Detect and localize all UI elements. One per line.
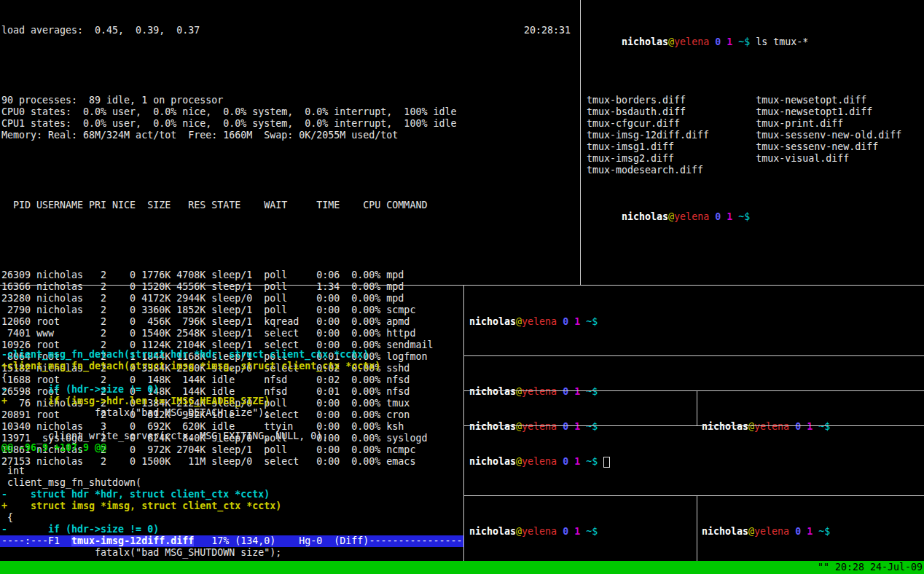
ls-output-line: tmux-imsg1.diff tmux-sessenv-new.diff [587, 141, 922, 153]
pane-border-h1 [464, 355, 924, 356]
top-clock: 20:28:31 [524, 25, 571, 36]
shell-prompt-line: nicholas@yelena 0 1 ~$ ls tmux-* [587, 25, 922, 36]
process-row: 26309 nicholas 2 0 1776K 4708K sleep/1 p… [1, 270, 579, 281]
shell-command: ls tmux-* [750, 36, 808, 47]
tmux-status-bar: [0]0:irssi#1:todo2:ncmpc-3:mutt4:ksh(cyd… [0, 561, 924, 574]
shell-prompt-line: nicholas@yelena 0 1 ~$ [469, 526, 598, 538]
pane-border-vertical-bottom [463, 286, 464, 561]
diff-line: - struct hdr *hdr, struct client_ctx *cc… [1, 489, 462, 500]
diff-line: int [1, 465, 462, 477]
shell-prompt-line: nicholas@yelena 0 1 ~$ [469, 456, 610, 468]
shell-prompt-line: nicholas@yelena 0 1 ~$ [587, 200, 922, 211]
diff-line: fatalx("bad MSG_SHUTDOWN size"); [1, 547, 462, 559]
top-load-line: load averages: 0.45, 0.39, 0.3720:28:31 [1, 25, 571, 36]
pane-shell-ls[interactable]: nicholas@yelena 0 1 ~$ ls tmux-* tmux-bo… [587, 1, 922, 283]
tmux-terminal-screen: load averages: 0.45, 0.39, 0.3720:28:31 … [0, 0, 924, 574]
ls-output-line: tmux-imsg2.diff tmux-visual.diff [587, 153, 922, 165]
shell-prompt: nicholas@yelena 0 1 ~$ [469, 456, 598, 467]
top-summary-line: CPU1 states: 0.0% user, 0.0% nice, 0.0% … [1, 118, 579, 130]
shell-prompt: nicholas@yelena 0 1 ~$ [702, 526, 830, 537]
pane-shell-4[interactable]: nicholas@yelena 0 1 ~$ [702, 398, 830, 456]
pane-editor-diff[interactable]: -client_msg_fn_detach(struct hdr *hdr, s… [1, 291, 462, 535]
editor-modeline: ----:---F1 tmux-imsg-12diff.diff 17% (13… [0, 535, 463, 547]
diff-line: @@ -96,9 +107,9 @@ [1, 442, 462, 454]
shell-prompt: nicholas@yelena 0 1 ~$ [469, 316, 598, 327]
shell-prompt-line: nicholas@yelena 0 1 ~$ [469, 386, 598, 398]
diff-line [1, 419, 462, 430]
status-right-clock: "" 20:28 24-Jul-09 [818, 561, 923, 574]
shell-prompt-line: nicholas@yelena 0 1 ~$ [469, 421, 598, 433]
pane-shell-6[interactable]: nicholas@yelena 0 1 ~$ [469, 503, 598, 561]
shell-prompt: nicholas@yelena 0 1 ~$ [702, 421, 830, 432]
shell-prompt: nicholas@yelena 0 1 ~$ [469, 386, 598, 397]
shell-prompt-line: nicholas@yelena 0 1 ~$ [702, 526, 830, 538]
shell-prompt: nicholas@yelena 0 1 ~$ [622, 211, 750, 222]
top-summary-line: Memory: Real: 68M/324M act/tot Free: 166… [1, 130, 579, 141]
top-summary-line: CPU0 states: 0.0% user, 0.0% nice, 0.0% … [1, 106, 579, 118]
diff-line: + if (imsg->hdr.len != IMSG_HEADER_SIZE) [1, 396, 462, 407]
shell-prompt: nicholas@yelena 0 1 ~$ [469, 526, 598, 537]
ls-output-line: tmux-modesearch.diff [587, 165, 922, 176]
ls-output-line: tmux-borders.diff tmux-newsetopt.diff [587, 95, 922, 106]
process-table-header: PID USERNAME PRI NICE SIZE RES STATE WAI… [1, 200, 579, 211]
shell-prompt: nicholas@yelena 0 1 ~$ [622, 36, 750, 47]
diff-line: { [1, 512, 462, 524]
pane-shell-7[interactable]: nicholas@yelena 0 1 ~$ [702, 503, 830, 561]
diff-line: client_write_server(cctx, MSG_EXITING, N… [1, 430, 462, 442]
pane-shell-1[interactable]: nicholas@yelena 0 1 ~$ [469, 293, 598, 351]
diff-line: -client_msg_fn_detach(struct hdr *hdr, s… [1, 349, 462, 361]
pane-border-horizontal-main [0, 285, 924, 286]
diff-line: fatalx("bad MSG_DETACH size"); [1, 407, 462, 419]
top-summary: 90 processes: 89 idle, 1 on processorCPU… [1, 60, 579, 141]
ls-output-line: tmux-cfgcur.diff tmux-print.diff [587, 118, 922, 130]
top-summary-line: 90 processes: 89 idle, 1 on processor [1, 95, 579, 106]
diff-line: - if (hdr->size != 0) [1, 524, 462, 535]
diff-line [1, 454, 462, 465]
ls-output-line: tmux-imsg-12diff.diff tmux-sessenv-new-o… [587, 130, 922, 141]
shell-prompt-line: nicholas@yelena 0 1 ~$ [702, 421, 830, 433]
pane-border-vertical-top [580, 0, 581, 285]
pane-border-h2 [464, 390, 924, 391]
pane-border-v-mid2 [697, 496, 697, 561]
diff-line: - if (hdr->size != 0) [1, 384, 462, 396]
pane-border-h4 [464, 495, 924, 496]
status-left: [0]0:irssi#1:todo2:ncmpc-3:mutt4:ksh(cyd… [1, 561, 569, 574]
shell-prompt-line: nicholas@yelena 0 1 ~$ [469, 316, 598, 328]
diff-line: +client_msg_fn_detach(struct imsg *imsg,… [1, 361, 462, 372]
pane-system-monitor[interactable]: load averages: 0.45, 0.39, 0.3720:28:31 … [1, 1, 579, 283]
diff-line: + struct imsg *imsg, struct client_ctx *… [1, 500, 462, 512]
ls-output-line: tmux-bsdauth.diff tmux-newsetopt1.diff [587, 106, 922, 118]
blank-line [1, 165, 579, 176]
terminal-cursor [603, 457, 610, 468]
shell-prompt: nicholas@yelena 0 1 ~$ [469, 421, 598, 432]
diff-line: client_msg_fn_shutdown( [1, 477, 462, 489]
load-averages-text: load averages: 0.45, 0.39, 0.37 [1, 25, 200, 36]
ls-output: tmux-borders.diff tmux-newsetopt.difftmu… [587, 60, 922, 176]
pane-border-v-mid1 [697, 391, 697, 425]
pane-border-h3 [464, 425, 924, 426]
pane-shell-5-active[interactable]: nicholas@yelena 0 1 ~$ [469, 433, 610, 491]
diff-line: { [1, 372, 462, 384]
